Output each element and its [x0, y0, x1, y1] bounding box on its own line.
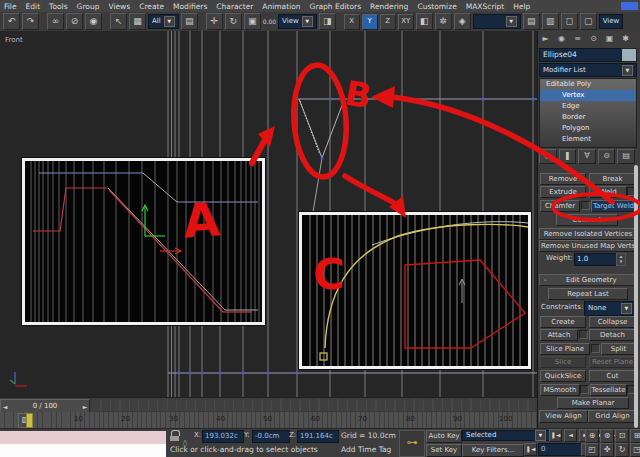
select-link-icon[interactable]: ∞ — [47, 13, 64, 30]
undo-icon[interactable]: ↶ — [3, 13, 20, 30]
weld-button[interactable]: Weld — [589, 186, 627, 198]
key-filters-button[interactable]: Key Filters... — [462, 444, 524, 457]
grid-align-button[interactable]: Grid Align — [588, 410, 637, 423]
attach-settings-box[interactable] — [579, 330, 588, 339]
render-view-field[interactable]: View — [599, 14, 624, 29]
menu-edit[interactable]: Edit — [26, 2, 41, 11]
collapse-button[interactable]: Collapse — [589, 316, 636, 328]
chevron-down-icon[interactable]: ▼ — [621, 303, 632, 314]
z-coord-field[interactable]: 191.164c — [297, 430, 339, 443]
panel-scrollbar[interactable] — [634, 165, 638, 428]
current-frame-marker[interactable] — [26, 413, 33, 428]
stack-item-editable-poly[interactable]: Editable Poly — [540, 79, 636, 90]
menu-help[interactable]: Help — [513, 2, 530, 11]
slice-plane-button[interactable]: Slice Plane — [540, 343, 590, 355]
chamfer-button[interactable]: Chamfer — [540, 200, 580, 212]
stack-item-edge[interactable]: Edge — [540, 101, 636, 112]
select-and-move-icon[interactable]: ✛ — [206, 13, 223, 30]
go-to-start-icon[interactable]: ❚◄ — [549, 429, 562, 442]
key-mode-dropdown[interactable]: Selected ▼ — [462, 430, 550, 441]
selection-filter-dropdown[interactable]: All ▼ — [148, 14, 179, 29]
timeline-ruler[interactable]: 10 20 30 40 50 60 70 80 90 100 — [0, 412, 537, 428]
menu-views[interactable]: Views — [108, 2, 130, 11]
axis-x-button[interactable]: X — [344, 14, 360, 30]
object-name-field[interactable]: Ellipse04 — [539, 48, 622, 62]
cut-button[interactable]: Cut — [589, 370, 636, 382]
weight-spinner[interactable]: ▴▾ — [616, 253, 626, 266]
stack-item-vertex[interactable]: Vertex — [540, 90, 636, 101]
redo-icon[interactable]: ↷ — [22, 13, 39, 30]
zoom-extents-all-icon[interactable]: ⊞ — [630, 429, 640, 443]
time-slider-handle[interactable]: ◄ 0 / 100 ► — [0, 399, 90, 413]
menu-animation[interactable]: Animation — [262, 2, 300, 11]
region-zoom-icon[interactable]: ◰ — [585, 443, 599, 457]
array-icon[interactable]: ✲ — [435, 13, 452, 30]
select-and-scale-icon[interactable]: ▣ — [244, 13, 261, 30]
named-selection-dropdown[interactable]: ▼ — [473, 14, 521, 29]
unlink-icon[interactable]: ⊘ — [66, 13, 83, 30]
select-object-icon[interactable]: ↖ — [110, 13, 127, 30]
split-button[interactable]: Split — [601, 343, 636, 355]
attach-button[interactable]: Attach — [540, 329, 578, 341]
schematic-view-icon[interactable]: ▥ — [542, 13, 559, 30]
msmooth-button[interactable]: MSmooth — [540, 384, 580, 396]
target-weld-button[interactable]: Target Weld — [591, 200, 636, 212]
detach-button[interactable]: Detach — [589, 329, 636, 341]
modifier-list-dropdown[interactable]: Modifier List ▼ — [539, 63, 637, 77]
select-and-rotate-icon[interactable]: ↻ — [225, 13, 242, 30]
maximize-viewport-icon[interactable]: ◳ — [630, 443, 640, 457]
menu-modifiers[interactable]: Modifiers — [173, 2, 207, 11]
remove-button[interactable]: Remove — [540, 173, 586, 185]
menu-file[interactable]: File — [4, 2, 17, 11]
zoom-icon[interactable]: ⊕ — [585, 429, 599, 443]
menu-character[interactable]: Character — [216, 2, 253, 11]
layer-manager-icon[interactable]: ▤ — [523, 13, 540, 30]
edit-geometry-rollout-header[interactable]: - Edit Geometry — [539, 274, 637, 286]
extrude-button[interactable]: Extrude — [540, 186, 586, 198]
menu-rendering[interactable]: Rendering — [370, 2, 408, 11]
use-pivot-icon[interactable]: ◨ — [319, 13, 336, 30]
chevron-down-icon[interactable]: ▼ — [164, 16, 175, 27]
chevron-down-icon[interactable]: ▼ — [535, 430, 546, 441]
time-slider-track[interactable] — [92, 399, 535, 411]
break-button[interactable]: Break — [589, 173, 636, 185]
chevron-down-icon[interactable]: ▼ — [622, 65, 633, 76]
key-mode-toggle-icon[interactable]: ❚◄ — [524, 443, 537, 456]
create-tab-icon[interactable]: ► — [539, 33, 552, 45]
stack-item-element[interactable]: Element — [540, 134, 636, 145]
constraints-dropdown[interactable]: None ▼ — [584, 301, 636, 316]
auto-key-button[interactable]: Auto Key — [426, 430, 462, 443]
mirror-icon[interactable]: ◧ — [416, 13, 433, 30]
connect-button[interactable]: Connect — [556, 214, 618, 226]
pan-icon[interactable]: ✜ — [600, 443, 614, 457]
x-coord-field[interactable]: 193.032c — [202, 430, 244, 443]
remove-isolated-vertices-button[interactable]: Remove Isolated Vertices — [539, 228, 637, 240]
tessellate-button[interactable]: Tessellate — [590, 384, 627, 396]
menu-maxscript[interactable]: MAXScript — [466, 2, 505, 11]
make-unique-icon[interactable]: ∀ — [578, 149, 596, 164]
axis-y-button[interactable]: Y — [362, 14, 378, 30]
pin-stack-icon[interactable]: ◎ — [539, 149, 557, 164]
chevron-down-icon[interactable]: ▼ — [506, 16, 517, 27]
axis-xy-button[interactable]: XY — [398, 14, 414, 30]
motion-tab-icon[interactable]: ⊙ — [587, 33, 600, 45]
previous-frame-arrow-icon[interactable]: ◄ — [1, 403, 9, 410]
weight-field[interactable]: 1.0 — [574, 253, 618, 266]
repeat-last-button[interactable]: Repeat Last — [548, 288, 628, 300]
viewport-label[interactable]: Front — [5, 36, 23, 44]
zoom-extents-icon[interactable]: ⊡ — [615, 429, 629, 443]
set-key-toggle[interactable]: ⊶ — [399, 430, 425, 457]
remove-unused-map-verts-button[interactable]: Remove Unused Map Verts — [539, 240, 637, 252]
menu-customize[interactable]: Customize — [417, 2, 456, 11]
next-frame-arrow-icon[interactable]: ► — [81, 403, 89, 410]
axis-z-button[interactable]: Z — [380, 14, 396, 30]
utilities-tab-icon[interactable]: ✱ — [619, 33, 632, 45]
y-coord-field[interactable]: -0.0cm — [252, 430, 290, 443]
hierarchy-tab-icon[interactable]: ≡ — [571, 33, 584, 45]
set-key-button[interactable]: Set Key — [426, 444, 462, 457]
menu-graph-editors[interactable]: Graph Editors — [310, 2, 362, 11]
rectangular-region-icon[interactable]: ▦ — [129, 13, 146, 30]
remove-modifier-icon[interactable]: ⊝ — [598, 149, 616, 164]
lock-selection-icon[interactable] — [170, 430, 179, 440]
add-time-tag[interactable]: Add Time Tag — [341, 445, 391, 454]
